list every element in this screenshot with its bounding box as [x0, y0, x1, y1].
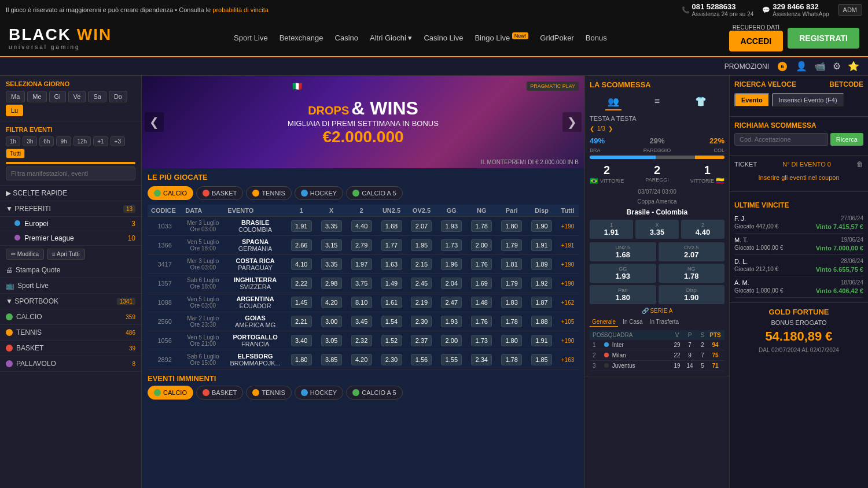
odd-disp-btn[interactable]: 1.92 — [531, 278, 552, 289]
more-odds[interactable]: +190 — [557, 255, 579, 274]
odd-ng-btn[interactable]: 1.76 — [471, 316, 492, 327]
standings-row[interactable]: 3 Juventus 19 14 5 71 — [590, 361, 724, 371]
time-6h[interactable]: 6h — [39, 136, 54, 146]
time-plus1[interactable]: +1 — [93, 136, 108, 146]
odd-2-btn[interactable]: 2.79 — [351, 239, 372, 251]
odd-ov25-btn[interactable]: 2.07 — [411, 220, 432, 232]
odd-1-btn[interactable]: 1.80 — [291, 354, 312, 365]
nav-casino[interactable]: Casino — [335, 34, 358, 42]
ricerca-button[interactable]: Ricerca — [830, 133, 863, 146]
time-12h[interactable]: 12h — [73, 136, 91, 146]
odd-x-btn[interactable]: 2.98 — [321, 278, 342, 289]
odd-un25-btn[interactable]: 1.54 — [381, 316, 402, 327]
day-me[interactable]: Me — [27, 91, 46, 102]
odd-ov25-btn[interactable]: 2.30 — [411, 316, 432, 327]
odd-ng-btn[interactable]: 2.34 — [471, 354, 492, 365]
tab-calcio[interactable]: CALCIO — [148, 186, 193, 200]
odd-1-btn[interactable]: 1.45 — [291, 297, 312, 308]
preferiti[interactable]: ▼ PREFERITI 13 — [0, 201, 141, 217]
time-tutti[interactable]: Tutti — [6, 149, 25, 158]
nav-bingo-live[interactable]: Bingo Live New! — [475, 33, 528, 42]
premier-league-item[interactable]: Premier League 10 — [0, 231, 141, 246]
day-ma[interactable]: Ma — [6, 91, 25, 102]
more-odds[interactable]: +105 — [557, 312, 579, 331]
video-icon[interactable]: 📹 — [814, 61, 826, 72]
odd-un25-btn[interactable]: 2.30 — [381, 354, 402, 365]
sport-pallavolo[interactable]: PALLAVOLO 8 — [0, 356, 141, 372]
banner-prev[interactable]: ❮ — [145, 112, 164, 132]
odd-x-btn[interactable]: 4.20 — [321, 297, 342, 308]
odd-2-btn[interactable]: 4.40 — [351, 220, 372, 232]
sport-live[interactable]: 📺 Sport Live — [0, 278, 141, 294]
time-slider[interactable] — [6, 162, 135, 164]
odd-gg-btn[interactable]: 1.93 — [441, 220, 462, 232]
odd-x-btn[interactable]: 3.35 — [321, 258, 342, 270]
bet-tab-shirt[interactable]: 👕 — [693, 94, 709, 110]
odd-2-btn[interactable]: 1.97 — [351, 258, 372, 270]
odd-gg-btn[interactable]: 2.04 — [441, 278, 462, 289]
tab-hockey-imm[interactable]: HOCKEY — [295, 386, 343, 400]
odd-ov25[interactable]: OV2.5 2.07 — [659, 242, 725, 261]
odd-2-btn[interactable]: 3.45 — [351, 316, 372, 327]
probability-link[interactable]: probabilità di vincita — [212, 6, 269, 13]
day-do[interactable]: Do — [109, 91, 127, 102]
odd-gg-btn[interactable]: 1.96 — [441, 258, 462, 270]
odd-x[interactable]: X 3.35 — [635, 220, 679, 239]
settings-icon[interactable]: ⚙ — [833, 61, 841, 72]
day-lu[interactable]: Lu — [6, 105, 23, 116]
odd-x-btn[interactable]: 3.05 — [321, 335, 342, 346]
odd-ng-btn[interactable]: 1.76 — [471, 258, 492, 270]
day-gi[interactable]: Gi — [49, 91, 66, 102]
odd-ng-btn[interactable]: 2.00 — [471, 239, 492, 251]
odd-disp-btn[interactable]: 1.89 — [531, 258, 552, 270]
time-3h[interactable]: 3h — [23, 136, 37, 146]
europei-item[interactable]: Europei 3 — [0, 217, 141, 231]
time-9h[interactable]: 9h — [56, 136, 71, 146]
odd-x-btn[interactable]: 3.85 — [321, 354, 342, 365]
odd-ng-btn[interactable]: 1.78 — [471, 220, 492, 232]
odd-1-btn[interactable]: 4.10 — [291, 258, 312, 270]
odd-pari-btn[interactable]: 1.80 — [501, 220, 522, 232]
odd-2[interactable]: 2 4.40 — [681, 220, 724, 239]
odd-1-btn[interactable]: 3.40 — [291, 335, 312, 346]
odd-2-btn[interactable]: 4.20 — [351, 354, 372, 365]
more-odds[interactable]: +162 — [557, 293, 579, 312]
odd-un25-btn[interactable]: 1.63 — [381, 258, 402, 270]
odd-ov25-btn[interactable]: 2.19 — [411, 297, 432, 308]
register-button[interactable]: REGISTRATI — [788, 28, 859, 49]
odd-1-btn[interactable]: 2.22 — [291, 278, 312, 289]
banner-next[interactable]: ❯ — [562, 112, 582, 132]
star-icon[interactable]: ⭐ — [848, 61, 859, 72]
odd-2-btn[interactable]: 8.10 — [351, 297, 372, 308]
nav-gridpoker[interactable]: GridPoker — [540, 34, 574, 42]
odd-1-btn[interactable]: 2.21 — [291, 316, 312, 327]
stampa-quote[interactable]: 🖨 Stampa Quote — [0, 263, 141, 278]
event-search-input[interactable] — [6, 167, 135, 180]
more-odds[interactable]: +190 — [557, 331, 579, 350]
odd-pari-btn[interactable]: 1.79 — [501, 278, 522, 289]
filter-incasa[interactable]: In Casa — [620, 317, 645, 327]
evento-tab[interactable]: Evento — [734, 93, 770, 107]
tab-basket[interactable]: BASKET — [196, 186, 243, 200]
tab-calcio-imm[interactable]: CALCIO — [148, 386, 193, 400]
odd-un25-btn[interactable]: 1.52 — [381, 335, 402, 346]
odd-x-btn[interactable]: 3.35 — [321, 220, 342, 232]
tab-hockey[interactable]: HOCKEY — [295, 186, 343, 200]
trash-icon[interactable]: 🗑 — [856, 160, 863, 168]
accettazione-input[interactable] — [734, 133, 828, 146]
sportbook[interactable]: ▼ SPORTBOOK 1341 — [0, 294, 141, 309]
odd-un25-btn[interactable]: 1.61 — [381, 297, 402, 308]
odd-ng[interactable]: NG 1.78 — [659, 264, 725, 283]
bet-tab-list[interactable]: ≡ — [652, 94, 662, 110]
odd-disp-btn[interactable]: 1.90 — [531, 220, 552, 232]
odd-ov25-btn[interactable]: 2.15 — [411, 258, 432, 270]
odd-x-btn[interactable]: 3.15 — [321, 239, 342, 251]
odd-gg-btn[interactable]: 2.47 — [441, 297, 462, 308]
odd-pari-btn[interactable]: 1.79 — [501, 239, 522, 251]
odd-2-btn[interactable]: 2.32 — [351, 335, 372, 346]
odd-1[interactable]: 1 1.91 — [590, 220, 633, 239]
inserisci-evento-tab[interactable]: Inserisci Evento (F4) — [772, 93, 844, 107]
odd-pari-btn[interactable]: 1.81 — [501, 258, 522, 270]
odd-gg[interactable]: GG 1.93 — [590, 264, 656, 283]
odd-ov25-btn[interactable]: 1.56 — [411, 354, 432, 365]
